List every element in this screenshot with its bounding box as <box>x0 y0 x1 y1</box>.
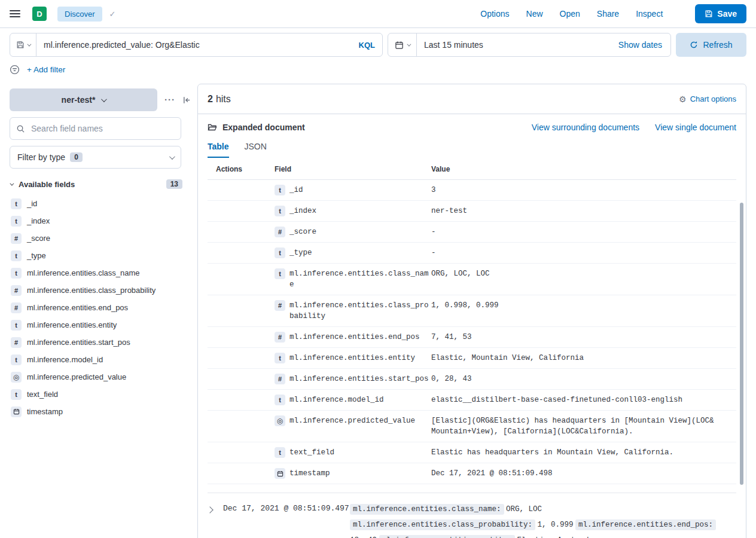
collapse-sidebar-icon[interactable] <box>182 96 191 105</box>
filter-icon[interactable] <box>10 65 20 75</box>
doc-table-row: ttext_fieldElastic has headquarters in M… <box>208 442 736 463</box>
options-link[interactable]: Options <box>480 9 509 19</box>
time-picker-group: Last 15 minutes Show dates <box>388 33 671 57</box>
field-name: ml.inference.entities.start_pos <box>27 338 130 347</box>
number-field-icon: # <box>11 302 22 313</box>
open-link[interactable]: Open <box>560 9 580 19</box>
row-field-value: - <box>431 227 736 237</box>
field-list-item[interactable]: #ml.inference.entities.start_pos <box>10 334 191 351</box>
field-name: _type <box>27 251 46 260</box>
space-avatar[interactable]: D <box>32 7 47 21</box>
top-nav: Options New Open Share Inspect Save <box>480 4 746 23</box>
available-fields-count-badge: 13 <box>166 179 182 189</box>
hits-bar: 2 hits ⚙ Chart options <box>198 84 746 114</box>
field-name: ml.inference.entities.end_pos <box>27 303 128 312</box>
time-range-value[interactable]: Last 15 minutes <box>417 40 610 50</box>
chart-options-button[interactable]: ⚙ Chart options <box>679 94 736 104</box>
field-list-item[interactable]: t_type <box>10 247 191 264</box>
field-list-item[interactable]: tml.inference.entities.entity <box>10 316 191 334</box>
query-input[interactable] <box>36 40 352 50</box>
field-list-item[interactable]: #_score <box>10 230 191 247</box>
text-field-icon: t <box>275 247 285 258</box>
row-field-cell: #ml.inference.entities.start_pos <box>275 374 431 384</box>
filter-bar: + Add filter <box>10 62 65 77</box>
field-list-item[interactable]: #ml.inference.entities.end_pos <box>10 299 191 316</box>
text-field-icon: t <box>275 447 285 458</box>
source-field-value: 1, 0.999 <box>538 521 574 529</box>
menu-icon[interactable] <box>10 10 20 17</box>
field-name: text_field <box>27 390 58 399</box>
inspect-link[interactable]: Inspect <box>636 9 663 19</box>
field-list-item[interactable]: tml.inference.model_id <box>10 351 191 368</box>
row-field-cell: tml.inference.entities.class_name <box>275 268 431 290</box>
expanded-document-title-text: Expanded document <box>222 123 305 132</box>
field-list-item[interactable]: t_index <box>10 212 191 230</box>
field-name: ml.inference.predicted_value <box>27 372 126 381</box>
index-pattern-switcher[interactable]: ner-test* <box>10 88 157 111</box>
new-link[interactable]: New <box>526 9 543 19</box>
refresh-button-label: Refresh <box>703 40 732 50</box>
save-icon <box>705 10 713 18</box>
field-list-item[interactable]: timestamp <box>10 403 191 420</box>
field-list-item[interactable]: ttext_field <box>10 386 191 403</box>
chevron-down-icon <box>27 42 31 46</box>
field-list-item[interactable]: ◎ml.inference.predicted_value <box>10 368 191 386</box>
field-name: _id <box>27 199 37 208</box>
share-link[interactable]: Share <box>597 9 619 19</box>
row-field-name: ml.inference.entities.class_probability <box>289 300 429 322</box>
row-field-cell: t_id <box>275 185 431 195</box>
tab-table[interactable]: Table <box>208 142 229 158</box>
row-field-value: ner-test <box>431 206 736 216</box>
available-fields-header[interactable]: Available fields 13 <box>10 179 182 189</box>
field-search-box <box>10 117 181 140</box>
doc-source-snippet[interactable]: ml.inference.entities.class_name: ORG, L… <box>350 502 736 538</box>
refresh-button[interactable]: Refresh <box>676 33 746 57</box>
row-field-cell: tml.inference.entities.entity <box>275 353 431 363</box>
field-list-item[interactable]: tml.inference.entities.class_name <box>10 264 191 282</box>
save-button[interactable]: Save <box>695 4 746 23</box>
saved-query-menu-button[interactable] <box>10 33 36 56</box>
fields-sidebar: ner-test* ··· Filter by type 0 Available… <box>10 88 191 420</box>
field-list-item[interactable]: t_id <box>10 195 191 212</box>
date-picker-menu-button[interactable] <box>388 33 417 56</box>
doc-table-row: ◎ml.inference.predicted_value[Elastic](O… <box>208 411 736 442</box>
document-list-row: Dec 17, 2021 @ 08:51:09.497 ml.inference… <box>208 493 736 538</box>
breadcrumb[interactable]: Discover <box>57 7 102 22</box>
query-language-button[interactable]: KQL <box>352 41 382 50</box>
refresh-icon <box>690 41 698 49</box>
doc-table-row: #_score - <box>208 222 736 243</box>
field-search-input[interactable] <box>30 123 175 134</box>
date-field-icon <box>275 468 285 479</box>
field-name: ml.inference.entities.class_probability <box>27 286 156 295</box>
hits-count: 2 <box>208 94 213 105</box>
available-fields-label: Available fields <box>19 180 75 189</box>
field-options-icon[interactable]: ··· <box>164 97 175 103</box>
folder-open-icon <box>208 123 217 132</box>
doc-table-row: tml.inference.entities.class_nameORG, LO… <box>208 264 736 295</box>
expand-document-toggle[interactable] <box>208 502 223 514</box>
header-actions: Actions <box>208 165 275 173</box>
doc-table-header: Actions Field Value <box>208 165 736 180</box>
row-field-value: Elastic, Mountain View, California <box>431 353 736 363</box>
number-field-icon: # <box>275 227 285 237</box>
show-dates-button[interactable]: Show dates <box>610 40 670 50</box>
view-surrounding-documents-link[interactable]: View surrounding documents <box>532 123 639 132</box>
vertical-scrollbar[interactable] <box>740 203 743 485</box>
chevron-down-icon <box>10 181 14 185</box>
saved-query-icon <box>16 41 25 49</box>
top-bar: D Discover ✓ Options New Open Share Insp… <box>0 0 756 28</box>
add-filter-button[interactable]: + Add filter <box>27 65 65 74</box>
view-single-document-link[interactable]: View single document <box>655 123 736 132</box>
filter-by-type-dropdown[interactable]: Filter by type 0 <box>10 146 181 169</box>
row-field-cell: timestamp <box>275 468 431 479</box>
number-field-icon: # <box>275 300 285 311</box>
index-pattern-name: ner-test* <box>62 95 96 105</box>
text-field-icon: t <box>11 216 22 227</box>
chevron-down-icon <box>407 42 411 46</box>
field-name: timestamp <box>27 407 63 416</box>
chevron-down-icon <box>169 154 175 160</box>
doc-table-row: timestampDec 17, 2021 @ 08:51:09.498 <box>208 463 736 484</box>
field-list-item[interactable]: #ml.inference.entities.class_probability <box>10 282 191 299</box>
tab-json[interactable]: JSON <box>245 142 267 158</box>
text-field-icon: t <box>11 320 22 331</box>
